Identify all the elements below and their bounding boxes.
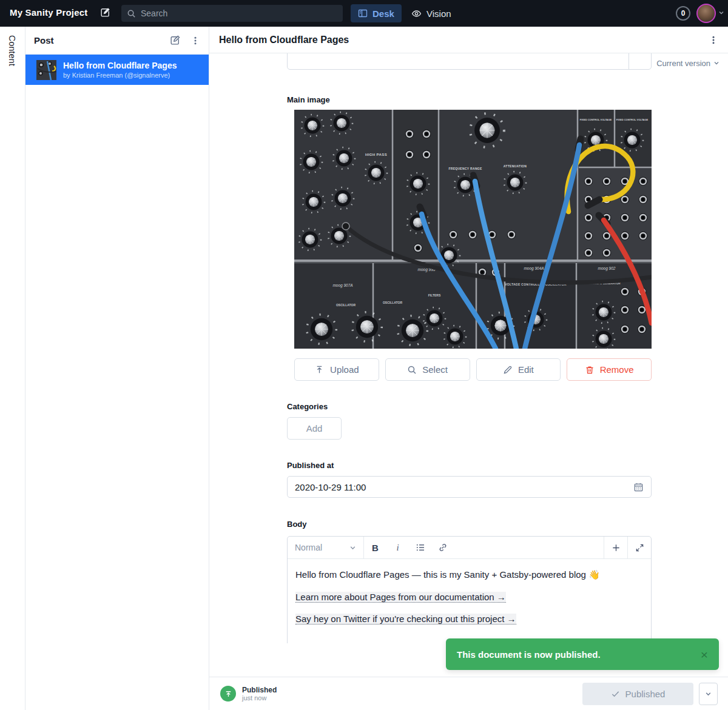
list-item-subtitle: by Kristian Freeman (@signalnerve) [63, 71, 177, 79]
bullet-list-icon [416, 543, 425, 552]
photo-label: FILTERS [428, 293, 441, 297]
insert-block-button[interactable] [604, 537, 627, 558]
body-paragraph[interactable]: Hello from Cloudflare Pages — this is my… [295, 568, 643, 582]
image-actions: Upload Select Edit Remove [294, 358, 652, 381]
text-field-partial[interactable] [287, 53, 652, 70]
photo-label: moog 904A [524, 266, 544, 271]
bold-button[interactable]: B [364, 537, 386, 558]
toast-notification: This document is now published. × [446, 638, 719, 670]
project-title: My Sanity Project [10, 7, 87, 18]
list-item-selected[interactable]: Hello from Cloudflare Pages by Kristian … [25, 55, 209, 85]
link-icon [438, 543, 448, 552]
field-label-body: Body [287, 520, 652, 529]
link-button[interactable] [431, 537, 454, 558]
top-navbar: My Sanity Project Desk Vision 0 [0, 0, 728, 27]
list-item-title: Hello from Cloudflare Pages [63, 60, 177, 71]
published-at-field[interactable] [287, 476, 652, 498]
close-icon[interactable]: × [701, 648, 708, 661]
search-icon [127, 9, 136, 18]
edit-button[interactable]: Edit [476, 358, 561, 381]
remove-label: Remove [600, 364, 634, 375]
chevron-down-icon [705, 691, 712, 697]
list-item-text: Hello from Cloudflare Pages by Kristian … [63, 60, 177, 79]
body-toolbar: Normal B i [288, 537, 651, 559]
plus-icon [612, 543, 621, 552]
publish-status-icon [220, 686, 236, 702]
search-bar[interactable] [121, 5, 343, 22]
list-pane-header: Post [25, 27, 209, 55]
published-button[interactable]: Published [582, 683, 693, 705]
text-style-value: Normal [295, 543, 322, 552]
expand-icon [635, 543, 644, 552]
photo-label: moog 902 [598, 266, 616, 271]
upload-icon [314, 364, 325, 375]
text-style-select[interactable]: Normal [288, 537, 364, 558]
fullscreen-button[interactable] [628, 537, 651, 558]
compose-icon[interactable] [99, 7, 111, 18]
published-button-label: Published [625, 689, 666, 699]
status-time: just now [242, 694, 277, 702]
field-label-published-at: Published at [287, 461, 652, 470]
field-action-segment[interactable] [629, 53, 651, 69]
select-button[interactable]: Select [385, 358, 470, 381]
notification-badge[interactable]: 0 [676, 6, 690, 21]
italic-button[interactable]: i [386, 537, 409, 558]
photo-label: FIXED CONTROL VOLTAGE [580, 118, 612, 121]
kebab-menu-icon[interactable] [709, 35, 718, 45]
photo-label: FIXED CONTROL VOLTAGE [616, 118, 649, 121]
published-at-input[interactable] [295, 482, 633, 492]
content-tab-label: Content [7, 35, 18, 66]
photo-label: ATTENUATION [504, 164, 527, 168]
search-input[interactable] [141, 8, 337, 18]
form-column: Main image [287, 53, 652, 643]
document-title: Hello from Cloudflare Pages [219, 35, 709, 45]
compose-icon[interactable] [169, 35, 181, 46]
toast-message: This document is now published. [457, 649, 601, 660]
chevron-down-icon [349, 544, 356, 551]
publish-menu-button[interactable] [699, 683, 718, 705]
body-paragraph: Learn more about Pages from our document… [295, 591, 643, 605]
trash-icon [585, 365, 595, 375]
sanity-studio: My Sanity Project Desk Vision 0 [0, 0, 728, 710]
document-status-bar: Published just now Published [209, 677, 728, 710]
upload-button[interactable]: Upload [294, 358, 379, 381]
upload-label: Upload [330, 364, 359, 375]
bullet-list-button[interactable] [409, 537, 431, 558]
chevron-down-icon [718, 10, 724, 16]
body-editor: Normal B i [287, 536, 652, 643]
tab-desk-label: Desk [372, 8, 394, 19]
field-label-categories: Categories [287, 402, 652, 411]
remove-button[interactable]: Remove [567, 358, 652, 381]
photo-label: FREQUENCY RANGE [448, 167, 482, 170]
main-image-photo[interactable]: HIGH PASS FREQUENCY RANGE ATTENUATION [294, 110, 652, 349]
eye-icon [411, 8, 422, 19]
body-text-area[interactable]: Hello from Cloudflare Pages — this is my… [288, 559, 651, 643]
body-link[interactable]: Say hey on Twitter if you're checking ou… [295, 614, 516, 625]
add-category-button[interactable]: Add [287, 417, 342, 440]
editor-header: Hello from Cloudflare Pages [209, 27, 728, 53]
cropped-top-field [287, 53, 652, 71]
select-label: Select [422, 364, 448, 375]
tab-vision[interactable]: Vision [404, 4, 459, 22]
tab-vision-label: Vision [426, 8, 451, 19]
list-pane-title: Post [34, 35, 160, 45]
user-avatar[interactable] [696, 4, 716, 23]
sidebar-content-strip[interactable]: Content [0, 27, 25, 710]
document-editor-pane: Hello from Cloudflare Pages Current vers… [209, 27, 728, 677]
desk-panes-icon [358, 8, 368, 18]
search-icon [407, 365, 417, 375]
photo-label: OSCILLATOR [336, 303, 356, 307]
edit-label: Edit [518, 364, 534, 375]
editor-scroll-area[interactable]: Main image [209, 53, 728, 643]
pencil-icon [503, 365, 513, 375]
kebab-menu-icon[interactable] [190, 36, 200, 45]
add-label: Add [306, 423, 323, 434]
tab-desk[interactable]: Desk [351, 4, 402, 22]
calendar-icon[interactable] [633, 482, 644, 492]
check-icon [611, 689, 620, 698]
body-link[interactable]: Learn more about Pages from our document… [295, 592, 506, 603]
photo-label: moog 907A [332, 283, 352, 288]
publish-status-text: Published just now [242, 686, 277, 702]
field-label-main-image: Main image [287, 95, 652, 104]
list-item-thumbnail [36, 60, 56, 80]
